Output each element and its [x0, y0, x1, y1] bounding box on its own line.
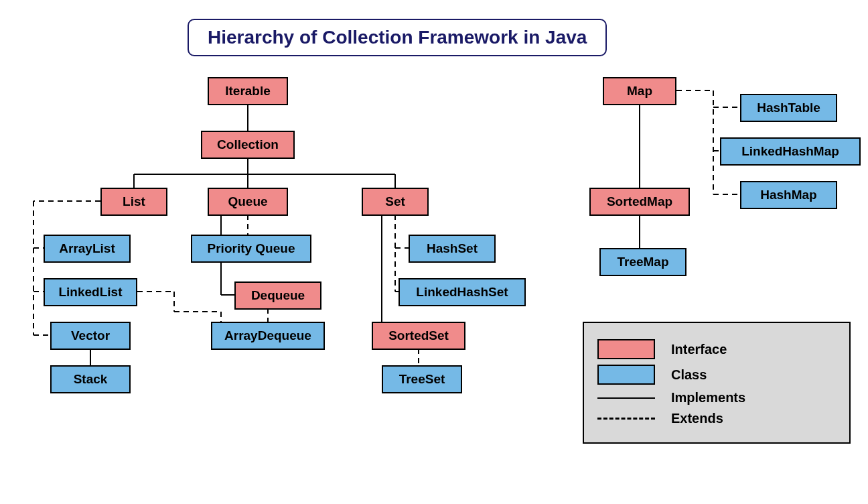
- node-linkedlist: LinkedList: [44, 278, 137, 306]
- node-treemap: TreeMap: [599, 248, 686, 276]
- node-sortedmap: SortedMap: [589, 188, 690, 216]
- node-hashmap: HashMap: [740, 181, 837, 209]
- node-dequeue: Dequeue: [234, 281, 321, 310]
- legend-extends-row: Extends: [597, 411, 836, 426]
- node-list: List: [100, 188, 167, 216]
- node-arraylist: ArrayList: [44, 235, 131, 263]
- node-hashtable: HashTable: [740, 94, 837, 122]
- node-iterable: Iterable: [208, 77, 288, 105]
- node-set: Set: [362, 188, 429, 216]
- node-stack: Stack: [50, 365, 131, 393]
- node-arraydequeue: ArrayDequeue: [211, 322, 325, 350]
- node-sortedset: SortedSet: [372, 322, 465, 350]
- node-collection: Collection: [201, 131, 295, 159]
- legend: Interface Class Implements Extends: [583, 322, 851, 444]
- node-treeset: TreeSet: [382, 365, 462, 393]
- node-hashset: HashSet: [409, 235, 496, 263]
- node-linkedhashmap: LinkedHashMap: [720, 137, 861, 166]
- legend-solid-line: [597, 397, 655, 399]
- legend-class-swatch: [597, 365, 655, 385]
- node-linkedhashset: LinkedHashSet: [399, 278, 526, 306]
- legend-implements-label: Implements: [671, 390, 745, 405]
- legend-class-label: Class: [671, 367, 707, 383]
- node-queue: Queue: [208, 188, 288, 216]
- node-map: Map: [603, 77, 676, 105]
- legend-extends-label: Extends: [671, 411, 723, 426]
- legend-interface-row: Interface: [597, 339, 836, 359]
- legend-interface-label: Interface: [671, 342, 727, 357]
- legend-class-row: Class: [597, 365, 836, 385]
- node-vector: Vector: [50, 322, 131, 350]
- legend-interface-swatch: [597, 339, 655, 359]
- legend-implements-row: Implements: [597, 390, 836, 405]
- node-priorityqueue: Priority Queue: [191, 235, 311, 263]
- diagram-title: Hierarchy of Collection Framework in Jav…: [188, 19, 607, 56]
- legend-dashed-line: [597, 418, 655, 420]
